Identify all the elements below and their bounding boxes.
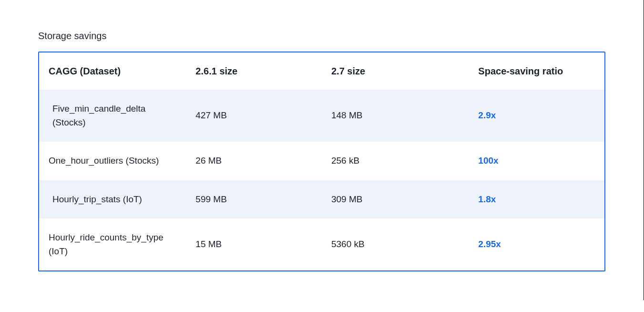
cell-size-27: 309 MB [322,180,469,219]
cell-ratio: 100x [478,156,498,166]
cell-ratio: 1.8x [478,194,496,204]
storage-savings-table-wrapper: CAGG (Dataset) 2.6.1 size 2.7 size Space… [38,52,605,271]
cell-ratio: 2.95x [478,239,501,249]
table-row: Five_min_candle_delta (Stocks) 427 MB 14… [39,90,604,142]
cell-dataset: One_hour_outliers (Stocks) [39,142,186,180]
cell-size-261: 26 MB [186,142,322,180]
section-title: Storage savings [38,29,605,43]
cell-size-27: 148 MB [322,90,469,142]
header-dataset: CAGG (Dataset) [39,52,186,90]
header-ratio: Space-saving ratio [469,52,604,90]
header-size-27: 2.7 size [322,52,469,90]
cell-size-261: 427 MB [186,90,322,142]
cell-ratio: 2.9x [478,110,496,120]
table-row: Hourly_trip_stats (IoT) 599 MB 309 MB 1.… [39,180,604,219]
cell-size-27: 5360 kB [322,218,469,270]
cell-dataset: Five_min_candle_delta (Stocks) [39,90,186,142]
table-row: One_hour_outliers (Stocks) 26 MB 256 kB … [39,142,604,180]
storage-savings-table: CAGG (Dataset) 2.6.1 size 2.7 size Space… [39,52,604,270]
table-row: Hourly_ride_counts_by_type (IoT) 15 MB 5… [39,218,604,270]
header-size-261: 2.6.1 size [186,52,322,90]
cell-size-261: 15 MB [186,218,322,270]
cell-size-261: 599 MB [186,180,322,219]
cell-dataset: Hourly_ride_counts_by_type (IoT) [39,218,186,270]
cell-dataset: Hourly_trip_stats (IoT) [39,180,186,219]
table-header-row: CAGG (Dataset) 2.6.1 size 2.7 size Space… [39,52,604,90]
cell-size-27: 256 kB [322,142,469,180]
